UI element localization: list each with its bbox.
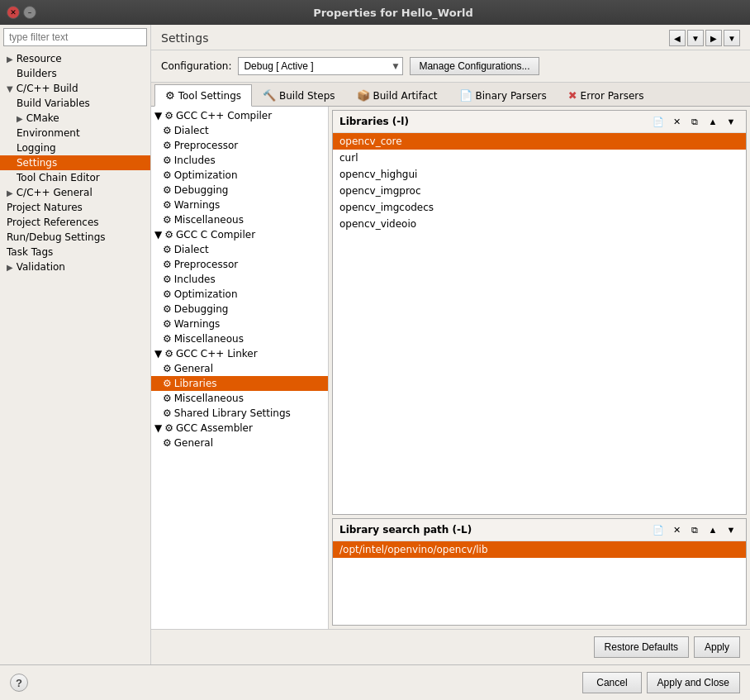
- delete-libsearch-button[interactable]: ✕: [668, 522, 685, 537]
- tool-tree-gcc-cpp-linker[interactable]: ▼ ⚙ GCC C++ Linker: [151, 346, 328, 361]
- nav-back-button[interactable]: ◀: [669, 30, 686, 46]
- list-item[interactable]: curl: [333, 150, 746, 166]
- window-controls[interactable]: ✕ –: [7, 6, 36, 19]
- sidebar-item-cpp-build[interactable]: ▼ C/C++ Build: [0, 81, 150, 96]
- tool-tree-miscellaneous-cpp[interactable]: ⚙ Miscellaneous: [151, 212, 328, 227]
- gear-icon: ⚙: [164, 348, 173, 360]
- tool-tree-preprocessor-c[interactable]: ⚙ Preprocessor: [151, 257, 328, 272]
- add-libsearch-button[interactable]: 📄: [650, 522, 667, 537]
- minimize-button[interactable]: –: [23, 6, 36, 19]
- nav-arrows: ◀ ▼ ▶ ▼: [669, 30, 740, 46]
- tool-tree-gcc-c-compiler[interactable]: ▼ ⚙ GCC C Compiler: [151, 227, 328, 242]
- tool-tree: ▼ ⚙ GCC C++ Compiler ⚙ Dialect ⚙ Preproc…: [151, 107, 329, 629]
- tool-label: Dialect: [174, 244, 209, 255]
- config-select-wrapper: Debug [ Active ]: [238, 57, 403, 75]
- sidebar-item-task-tags[interactable]: Task Tags: [0, 245, 150, 260]
- tab-build-artifact[interactable]: 📦 Build Artifact: [346, 84, 449, 106]
- list-item[interactable]: opencv_core: [333, 133, 746, 150]
- sidebar-item-cpp-general[interactable]: ▶ C/C++ General: [0, 185, 150, 200]
- tool-tree-miscellaneous-linker[interactable]: ⚙ Miscellaneous: [151, 391, 328, 406]
- gear-icon: ⚙: [163, 199, 172, 211]
- gear-icon: ⚙: [163, 288, 172, 300]
- apply-button[interactable]: Apply: [694, 636, 740, 658]
- tool-tree-libraries[interactable]: ⚙ Libraries: [151, 376, 328, 391]
- add-library-button[interactable]: 📄: [650, 114, 667, 129]
- tool-tree-debugging-c[interactable]: ⚙ Debugging: [151, 302, 328, 317]
- expand-icon: ▼: [154, 110, 162, 121]
- tool-tree-miscellaneous-c[interactable]: ⚙ Miscellaneous: [151, 331, 328, 346]
- sidebar-item-builders[interactable]: Builders: [0, 66, 150, 81]
- tool-tree-general-linker[interactable]: ⚙ General: [151, 361, 328, 376]
- sidebar-item-build-variables[interactable]: Build Variables: [0, 96, 150, 111]
- up-icon: ▲: [709, 525, 718, 535]
- tool-tree-dialect[interactable]: ⚙ Dialect: [151, 123, 328, 138]
- close-button[interactable]: ✕: [7, 6, 20, 19]
- sidebar-item-environment[interactable]: Environment: [0, 126, 150, 140]
- sidebar-item-tool-chain-editor[interactable]: Tool Chain Editor: [0, 170, 150, 185]
- expand-icon: ▼: [7, 84, 13, 93]
- sidebar-item-label: Run/Debug Settings: [7, 231, 106, 243]
- tool-tree-gcc-assembler[interactable]: ▼ ⚙ GCC Assembler: [151, 421, 328, 436]
- dialog-bottom: ? Cancel Apply and Close: [0, 664, 750, 700]
- sidebar-item-settings[interactable]: Settings: [0, 155, 150, 170]
- cancel-button[interactable]: Cancel: [582, 672, 641, 693]
- expand-icon: ▼: [154, 422, 162, 434]
- list-item[interactable]: opencv_imgproc: [333, 183, 746, 199]
- apply-and-close-button[interactable]: Apply and Close: [647, 672, 740, 693]
- list-item[interactable]: /opt/intel/openvino/opencv/lib: [333, 541, 746, 558]
- sidebar-item-cmake[interactable]: ▶ CMake: [0, 111, 150, 126]
- tool-settings-icon: ⚙: [165, 89, 175, 102]
- tool-tree-general-assembler[interactable]: ⚙ General: [151, 436, 328, 450]
- gear-icon: ⚙: [163, 378, 172, 389]
- restore-defaults-button[interactable]: Restore Defaults: [594, 636, 689, 658]
- tool-tree-preprocessor[interactable]: ⚙ Preprocessor: [151, 138, 328, 153]
- filter-input[interactable]: [3, 28, 147, 46]
- move-libsearch-up-button[interactable]: ▲: [705, 522, 721, 537]
- titlebar: ✕ – Properties for Hello_World: [0, 0, 750, 25]
- gear-icon: ⚙: [163, 169, 172, 181]
- sidebar-item-validation[interactable]: ▶ Validation: [0, 260, 150, 274]
- tab-binary-parsers[interactable]: 📄 Binary Parsers: [449, 84, 558, 106]
- expand-icon: ▶: [7, 55, 13, 64]
- list-item[interactable]: opencv_highgui: [333, 166, 746, 183]
- nav-dropdown-button[interactable]: ▼: [687, 30, 704, 46]
- tool-tree-optimization-c[interactable]: ⚙ Optimization: [151, 287, 328, 302]
- tool-tree-dialect-c[interactable]: ⚙ Dialect: [151, 242, 328, 257]
- sidebar-item-run-debug[interactable]: Run/Debug Settings: [0, 230, 150, 245]
- build-steps-icon: 🔨: [263, 89, 276, 102]
- tab-error-parsers[interactable]: ✖ Error Parsers: [558, 84, 655, 106]
- sidebar-item-logging[interactable]: Logging: [0, 140, 150, 155]
- move-libsearch-down-button[interactable]: ▼: [723, 522, 739, 537]
- gear-icon: ⚙: [163, 274, 172, 285]
- tool-tree-warnings-cpp[interactable]: ⚙ Warnings: [151, 198, 328, 212]
- tab-build-steps[interactable]: 🔨 Build Steps: [252, 84, 346, 106]
- list-item[interactable]: opencv_videoio: [333, 216, 746, 232]
- nav-forward-button[interactable]: ▶: [705, 30, 722, 46]
- help-button[interactable]: ?: [10, 674, 28, 692]
- move-library-down-button[interactable]: ▼: [723, 114, 739, 129]
- tab-tool-settings-label: Tool Settings: [178, 90, 241, 102]
- sidebar-item-resource[interactable]: ▶ Resource: [0, 51, 150, 66]
- manage-configurations-button[interactable]: Manage Configurations...: [410, 57, 539, 75]
- tool-label: Preprocessor: [174, 259, 238, 270]
- tool-tree-includes-c[interactable]: ⚙ Includes: [151, 272, 328, 287]
- tool-tree-optimization[interactable]: ⚙ Optimization: [151, 168, 328, 183]
- tab-tool-settings[interactable]: ⚙ Tool Settings: [154, 84, 252, 107]
- delete-library-button[interactable]: ✕: [668, 114, 685, 129]
- tool-label: Includes: [174, 155, 216, 166]
- move-library-up-button[interactable]: ▲: [705, 114, 721, 129]
- delete-icon: ✕: [673, 117, 681, 127]
- tool-tree-debugging-cpp[interactable]: ⚙ Debugging: [151, 183, 328, 198]
- copy-libsearch-button[interactable]: ⧉: [686, 522, 703, 537]
- libraries-panel: Libraries (-l) 📄 ✕ ⧉: [332, 110, 747, 515]
- list-item[interactable]: opencv_imgcodecs: [333, 199, 746, 216]
- nav-forward-dropdown-button[interactable]: ▼: [724, 30, 740, 46]
- tool-tree-includes-cpp[interactable]: ⚙ Includes: [151, 153, 328, 168]
- tool-tree-warnings-c[interactable]: ⚙ Warnings: [151, 317, 328, 331]
- sidebar-item-project-references[interactable]: Project References: [0, 215, 150, 230]
- tool-tree-shared-library[interactable]: ⚙ Shared Library Settings: [151, 406, 328, 421]
- config-select[interactable]: Debug [ Active ]: [238, 57, 403, 75]
- tool-tree-gcc-cpp-compiler[interactable]: ▼ ⚙ GCC C++ Compiler: [151, 108, 328, 123]
- sidebar-item-project-natures[interactable]: Project Natures: [0, 200, 150, 215]
- copy-library-button[interactable]: ⧉: [686, 114, 703, 129]
